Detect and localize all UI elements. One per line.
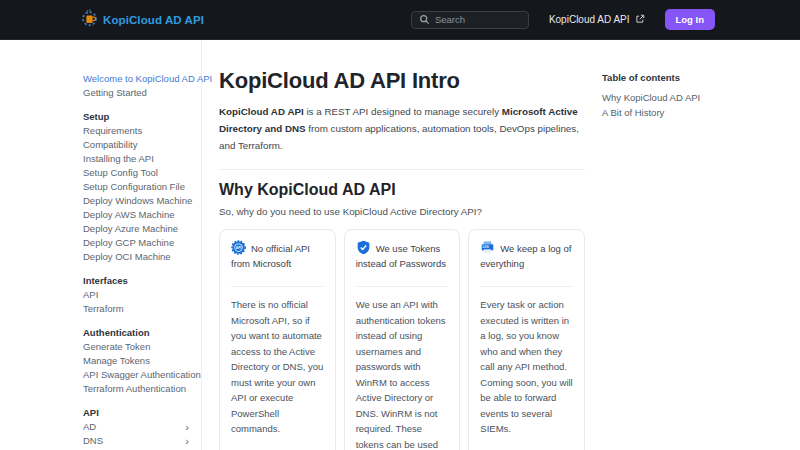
sidebar-item[interactable]: Authentication ›: [83, 326, 195, 340]
sidebar-item-label: Welcome to KopiCloud AD API: [83, 72, 212, 86]
sidebar-item[interactable]: Interfaces ›: [83, 274, 195, 288]
sidebar-item-label: Authentication: [83, 326, 150, 340]
sidebar-item[interactable]: Setup Configuration File ›: [83, 180, 195, 194]
sidebar-item[interactable]: Getting Started ›: [83, 86, 195, 100]
log-printer-icon: LOG: [480, 243, 500, 254]
section-lead: So, why do you need to use KopiCloud Act…: [219, 206, 585, 217]
logo-icon: [80, 8, 99, 31]
sidebar-item[interactable]: Welcome to KopiCloud AD API ›: [83, 72, 195, 86]
toc-title: Table of contents: [602, 72, 800, 83]
shield-check-icon: [356, 243, 376, 254]
sidebar-item[interactable]: Terraform Authentication ›: [83, 382, 195, 396]
intro-text-1: is a REST API designed to manage securel…: [304, 106, 502, 117]
sidebar-item-label: Terraform: [83, 302, 124, 316]
sidebar-item-label: API Swagger Authentication: [83, 368, 201, 382]
card-tokens: We use Tokens instead of Passwords We us…: [344, 229, 461, 450]
sidebar-item-label: Getting Started: [83, 86, 147, 100]
api-badge-icon: API: [231, 243, 251, 254]
section-divider: [219, 169, 585, 170]
sidebar-item[interactable]: Requirements ›: [83, 124, 195, 138]
chevron-right-icon: ›: [185, 420, 189, 434]
sidebar-item-label: Generate Token: [83, 340, 150, 354]
sidebar-item-label: Setup: [83, 110, 109, 124]
card-divider: [356, 286, 449, 287]
card-no-official-api: API No official API from Microsoft There…: [219, 229, 336, 450]
card-body: There is no official Microsoft API, so i…: [231, 297, 324, 437]
sidebar-item[interactable]: Deploy AWS Machine ›: [83, 208, 195, 222]
sidebar-item[interactable]: API Swagger Authentication ›: [83, 368, 195, 382]
external-link-icon: [635, 14, 645, 26]
sidebar: Welcome to KopiCloud AD API › Getting St…: [0, 40, 202, 450]
card-body: Every task or action executed is written…: [480, 297, 573, 437]
sidebar-item[interactable]: API ›: [83, 406, 195, 420]
sidebar-item-label: Compatibility: [83, 138, 137, 152]
search-input[interactable]: [411, 11, 529, 29]
sidebar-item-label: Setup Configuration File: [83, 180, 185, 194]
sidebar-item[interactable]: Manage Tokens ›: [83, 354, 195, 368]
sidebar-item[interactable]: Deploy OCI Machine ›: [83, 250, 195, 264]
sidebar-item[interactable]: Deploy GCP Machine ›: [83, 236, 195, 250]
sidebar-item[interactable]: Compatibility ›: [83, 138, 195, 152]
nav-link-kopicloud-site[interactable]: KopiCloud AD API: [549, 14, 645, 26]
navbar: KopiCloud AD API KopiCloud AD API Log In: [0, 0, 800, 40]
svg-text:LOG: LOG: [483, 245, 490, 249]
sidebar-item[interactable]: DNS ›: [83, 434, 195, 448]
chevron-right-icon: ›: [185, 434, 189, 448]
feature-cards: API No official API from Microsoft There…: [219, 229, 585, 450]
sidebar-item[interactable]: Terraform ›: [83, 302, 195, 316]
sidebar-item[interactable]: Installing the API ›: [83, 152, 195, 166]
card-body: We use an API with authentication tokens…: [356, 297, 449, 450]
intro-paragraph: KopiCloud AD API is a REST API designed …: [219, 103, 585, 154]
login-button[interactable]: Log In: [665, 9, 716, 30]
sidebar-item-label: Manage Tokens: [83, 354, 150, 368]
page-title: KopiCloud AD API Intro: [219, 68, 585, 94]
sidebar-item-label: Deploy AWS Machine: [83, 208, 175, 222]
sidebar-item-label: API: [83, 406, 99, 420]
card-divider: [231, 286, 324, 287]
sidebar-item[interactable]: Setup Config Tool ›: [83, 166, 195, 180]
sidebar-item[interactable]: API ›: [83, 288, 195, 302]
nav-link-label: KopiCloud AD API: [549, 14, 630, 25]
sidebar-item[interactable]: Setup ›: [83, 110, 195, 124]
svg-text:API: API: [236, 246, 241, 250]
sidebar-item-label: AD: [83, 420, 96, 434]
sidebar-item-label: Interfaces: [83, 274, 128, 288]
sidebar-item-label: DNS: [83, 434, 103, 448]
sidebar-item[interactable]: Deploy Azure Machine ›: [83, 222, 195, 236]
table-of-contents: Table of contents Why KopiCloud AD API A…: [585, 40, 800, 450]
sidebar-item[interactable]: AD ›: [83, 420, 195, 434]
card-divider: [480, 286, 573, 287]
sidebar-item[interactable]: Deploy Windows Machine ›: [83, 194, 195, 208]
sidebar-list: Welcome to KopiCloud AD API › Getting St…: [83, 72, 195, 448]
section-heading: Why KopiCloud AD API: [219, 181, 585, 199]
search-field[interactable]: [435, 14, 515, 25]
sidebar-item-label: Deploy GCP Machine: [83, 236, 174, 250]
sidebar-item-label: API: [83, 288, 98, 302]
toc-item-history[interactable]: A Bit of History: [602, 105, 800, 120]
main-content: KopiCloud AD API Intro KopiCloud AD API …: [202, 40, 585, 450]
sidebar-item-label: Deploy Windows Machine: [83, 194, 192, 208]
navbar-right: KopiCloud AD API Log In: [411, 9, 715, 30]
brand-logo[interactable]: KopiCloud AD API: [80, 8, 204, 31]
toc-item-why[interactable]: Why KopiCloud AD API: [602, 90, 800, 105]
sidebar-item-label: Requirements: [83, 124, 142, 138]
sidebar-item-label: Terraform Authentication: [83, 382, 186, 396]
brand-title: KopiCloud AD API: [103, 14, 204, 26]
sidebar-item-label: Deploy Azure Machine: [83, 222, 178, 236]
search-icon: [419, 11, 430, 29]
sidebar-item-label: Deploy OCI Machine: [83, 250, 171, 264]
sidebar-item-label: Setup Config Tool: [83, 166, 158, 180]
sidebar-item[interactable]: Generate Token ›: [83, 340, 195, 354]
sidebar-item-label: Installing the API: [83, 152, 154, 166]
card-logging: LOG We keep a log of everything Every ta…: [468, 229, 585, 450]
intro-bold-1: KopiCloud AD API: [219, 106, 304, 117]
